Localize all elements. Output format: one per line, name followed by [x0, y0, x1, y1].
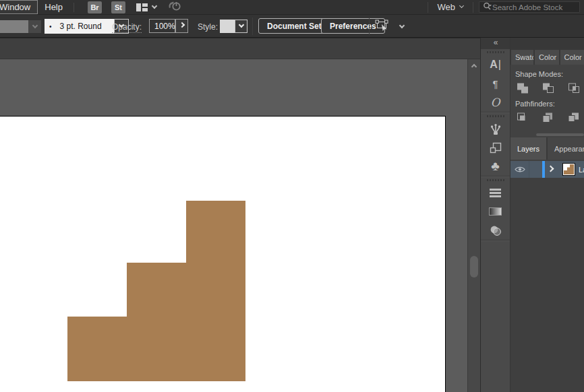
- artboards-panel-icon[interactable]: [481, 138, 510, 157]
- select-similar-icon[interactable]: [374, 20, 392, 34]
- workspace-value: Web: [438, 2, 456, 12]
- brush-dot-icon: •: [49, 23, 52, 30]
- menu-help[interactable]: Help: [38, 1, 69, 13]
- pathfinders-row: [515, 111, 584, 125]
- opacity-label[interactable]: Opacity:: [112, 22, 142, 33]
- divide-icon[interactable]: [515, 111, 530, 125]
- scroll-up-icon[interactable]: [471, 64, 477, 69]
- menubar: Window Help Br St Web: [0, 0, 584, 15]
- stock-search[interactable]: [479, 1, 580, 13]
- chevron-down-icon: [459, 3, 464, 8]
- workspace-select[interactable]: Web: [428, 2, 474, 13]
- vertical-scrollbar[interactable]: [467, 59, 480, 392]
- character-panel-icon[interactable]: A|: [481, 55, 510, 74]
- pathfinder-panel: Shape Modes:: [510, 65, 584, 137]
- workspace-switcher-icon[interactable]: [136, 3, 148, 11]
- style-dropdown-button[interactable]: [235, 20, 247, 33]
- staircase-polygon[interactable]: [67, 201, 245, 381]
- tab-layers[interactable]: Layers: [510, 137, 546, 160]
- menu-window[interactable]: Window: [0, 0, 38, 14]
- transparency-panel-icon[interactable]: [481, 221, 510, 240]
- opentype-panel-icon[interactable]: O: [481, 93, 510, 112]
- trim-icon[interactable]: [541, 111, 556, 125]
- expand-layer-icon[interactable]: [548, 166, 554, 172]
- menubar-right-group: Web: [428, 0, 584, 14]
- layers-panel-body[interactable]: [510, 178, 584, 392]
- touch-workspace-icon[interactable]: [167, 0, 182, 14]
- gradient-panel-icon[interactable]: [481, 202, 510, 221]
- tab-color[interactable]: Color: [535, 50, 559, 65]
- layer-row[interactable]: La: [510, 161, 584, 178]
- symbols-panel-icon[interactable]: ♣: [481, 157, 510, 176]
- search-input[interactable]: [492, 3, 584, 11]
- dock-grip[interactable]: [481, 113, 510, 119]
- bridge-icon[interactable]: Br: [88, 1, 102, 13]
- canvas-area[interactable]: [0, 38, 480, 392]
- pathfinders-label: Pathfinders:: [515, 100, 584, 108]
- scrollbar-thumb[interactable]: [470, 256, 478, 277]
- chevron-down-icon[interactable]: [399, 23, 405, 28]
- horizontal-scrollbar-thumb[interactable]: [536, 133, 584, 136]
- panel-dock-strip: « A| ¶ O ♣: [480, 38, 510, 392]
- staircase-shape[interactable]: [67, 201, 245, 381]
- stock-icon[interactable]: St: [111, 1, 125, 13]
- chevron-down-icon: [32, 22, 37, 28]
- controlbar-divider: [252, 18, 253, 35]
- brush-value: 3 pt. Round: [60, 22, 102, 31]
- panel-group-header[interactable]: [510, 38, 584, 50]
- style-label: Style:: [198, 22, 218, 32]
- layers-panel-tabs: Layers Appearance: [510, 137, 584, 160]
- artboard[interactable]: [0, 116, 446, 392]
- tab-appearance[interactable]: Appearance: [548, 137, 584, 160]
- search-icon: [483, 2, 492, 13]
- dock-grip[interactable]: [481, 49, 510, 55]
- chevron-down-icon[interactable]: [152, 3, 157, 8]
- layer-thumbnail[interactable]: [562, 163, 575, 176]
- eye-icon[interactable]: [515, 164, 525, 176]
- brushes-panel-icon[interactable]: [481, 119, 510, 138]
- chevron-down-icon: [238, 22, 243, 28]
- controlbar-divider: [369, 18, 370, 35]
- shape-modes-row: [515, 81, 584, 95]
- panel-column: Swatc Color Color Shape Modes:: [510, 38, 584, 392]
- collapse-dock-button[interactable]: «: [481, 38, 510, 49]
- illustrator-window: Window Help Br St Web: [0, 0, 584, 392]
- paragraph-panel-icon[interactable]: ¶: [481, 74, 510, 93]
- minus-front-icon[interactable]: [541, 81, 556, 95]
- layer-selection-bar: [542, 161, 545, 178]
- document-tab-bar: [0, 38, 480, 59]
- unite-icon[interactable]: [515, 81, 530, 95]
- shape-modes-label: Shape Modes:: [515, 70, 584, 78]
- opacity-stepper-button[interactable]: [175, 19, 188, 33]
- stroke-profile-dropdown[interactable]: [28, 20, 41, 33]
- tab-color-guide[interactable]: Color: [560, 50, 584, 65]
- stroke-panel-icon[interactable]: [481, 183, 510, 202]
- menubar-divider: [74, 3, 74, 12]
- style-swatch[interactable]: [220, 20, 235, 33]
- dock-divider: [481, 240, 510, 241]
- tab-swatches[interactable]: Swatc: [511, 50, 533, 65]
- merge-icon[interactable]: [566, 111, 581, 125]
- dock-grip[interactable]: [481, 177, 510, 183]
- stroke-profile-swatch[interactable]: [0, 20, 28, 33]
- visibility-cell[interactable]: [510, 161, 529, 178]
- color-panel-tabs: Swatc Color Color: [510, 50, 584, 65]
- brush-select[interactable]: • 3 pt. Round: [45, 19, 114, 34]
- layer-name[interactable]: La: [579, 166, 584, 174]
- opacity-input[interactable]: 100%: [149, 19, 175, 33]
- intersect-icon[interactable]: [566, 81, 581, 95]
- control-bar: • 3 pt. Round Opacity: 100% Style: Docum…: [0, 15, 584, 38]
- chevron-right-icon: [179, 22, 184, 27]
